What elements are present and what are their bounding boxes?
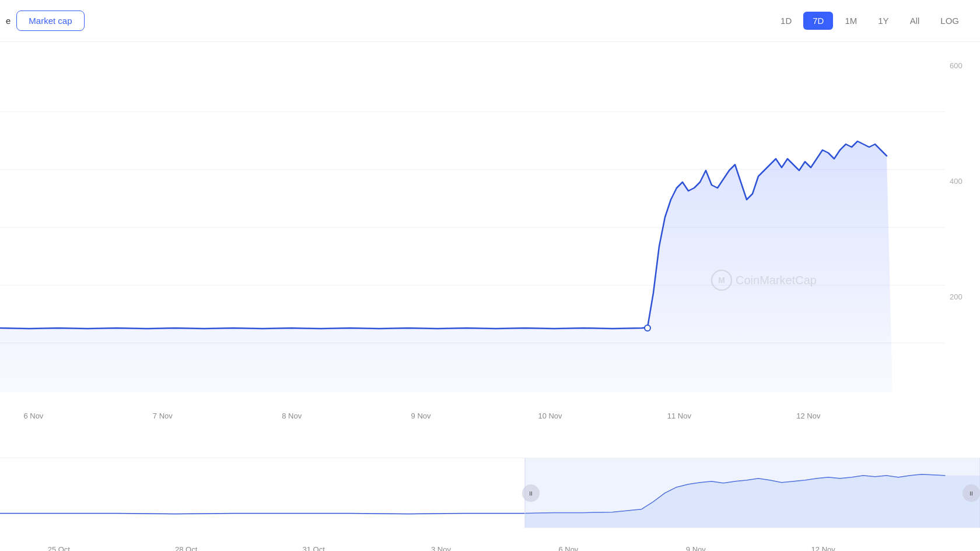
range-x-label-28-Oct: 28 Oct	[175, 545, 197, 551]
y-label-400: 400	[945, 177, 963, 186]
range-x-label-12-Nov: 12 Nov	[811, 545, 835, 551]
range-x-label-31-Oct: 31 Oct	[302, 545, 324, 551]
range-selector: ⏸ ⏸ 25 Oct28 Oct31 Oct3 Nov6 Nov9 Nov12 …	[0, 458, 980, 551]
watermark-logo: M	[711, 270, 732, 291]
x-axis-labels: 6 Nov7 Nov8 Nov9 Nov10 Nov11 Nov12 Nov	[0, 404, 957, 427]
tab-partial-label: e	[6, 16, 10, 26]
toolbar: e Market cap 1D7D1M1YAllLOG	[0, 0, 980, 42]
inflection-dot	[645, 325, 650, 331]
time-btn-all[interactable]: All	[901, 12, 929, 30]
x-label-8-Nov: 8 Nov	[282, 411, 302, 420]
watermark-text: CoinMarketCap	[736, 274, 817, 287]
range-x-label-3-Nov: 3 Nov	[431, 545, 451, 551]
watermark: M CoinMarketCap	[711, 270, 817, 291]
pause-icon-right: ⏸	[968, 490, 974, 497]
time-btn-log[interactable]: LOG	[931, 12, 968, 30]
time-btn-1m[interactable]: 1M	[835, 12, 866, 30]
main-chart-container: M CoinMarketCap 600400200 6 Nov7 Nov8 No…	[0, 42, 980, 427]
time-btn-1d[interactable]: 1D	[771, 12, 801, 30]
x-label-7-Nov: 7 Nov	[153, 411, 173, 420]
time-btn-7d[interactable]: 7D	[803, 12, 833, 30]
y-label-200: 200	[945, 292, 963, 301]
range-x-label-9-Nov: 9 Nov	[686, 545, 706, 551]
y-axis: 600400200	[945, 42, 980, 427]
pause-icon-left: ⏸	[528, 490, 534, 497]
pause-button-right[interactable]: ⏸	[963, 484, 980, 502]
time-btn-1y[interactable]: 1Y	[869, 12, 898, 30]
x-label-12-Nov: 12 Nov	[796, 411, 820, 420]
x-label-11-Nov: 11 Nov	[667, 411, 691, 420]
chart-svg	[0, 42, 945, 404]
pause-button-left[interactable]: ⏸	[522, 484, 540, 502]
range-x-label-25-Oct: 25 Oct	[48, 545, 70, 551]
x-label-6-Nov: 6 Nov	[23, 411, 43, 420]
range-svg	[0, 458, 980, 551]
range-inner: ⏸ ⏸ 25 Oct28 Oct31 Oct3 Nov6 Nov9 Nov12 …	[0, 458, 980, 551]
x-label-9-Nov: 9 Nov	[411, 411, 431, 420]
y-label-600: 600	[945, 61, 963, 70]
time-range-buttons: 1D7D1M1YAllLOG	[771, 12, 968, 30]
market-cap-tab[interactable]: Market cap	[16, 11, 84, 31]
range-x-label-6-Nov: 6 Nov	[558, 545, 578, 551]
toolbar-left: e Market cap	[6, 11, 85, 31]
x-label-10-Nov: 10 Nov	[538, 411, 562, 420]
